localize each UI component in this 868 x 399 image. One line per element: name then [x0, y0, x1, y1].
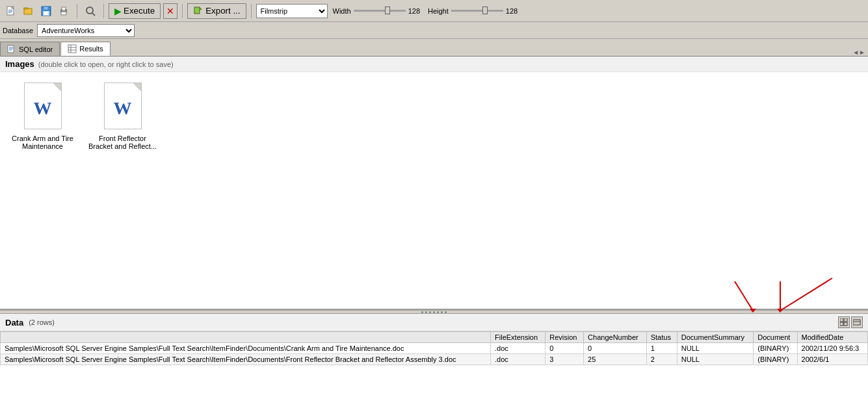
- image-label-2: Front ReflectorBracket and Reflect...: [88, 135, 157, 150]
- tab-sql-editor-label: SQL editor: [19, 45, 53, 53]
- images-section: Images (double click to open, or right c…: [0, 57, 868, 310]
- image-item-1[interactable]: W Crank Arm and TireMaintenance: [5, 77, 80, 153]
- table-row: Samples\Microsoft SQL Server Engine Samp…: [1, 343, 868, 354]
- col-header-modified-date: ModifiedDate: [797, 332, 867, 343]
- images-grid: W Crank Arm and TireMaintenance W Front …: [0, 72, 868, 158]
- row2-modified-date: 2002/6/1: [797, 354, 867, 365]
- save-icon: [41, 6, 51, 16]
- data-header: Data (2 rows): [0, 314, 868, 331]
- tab-prev-arrow[interactable]: ◄: [852, 49, 859, 56]
- svg-rect-6: [24, 8, 27, 9]
- width-slider[interactable]: [354, 6, 406, 16]
- resize-dot: [425, 311, 427, 313]
- row2-path: Samples\Microsoft SQL Server Engine Samp…: [1, 354, 491, 365]
- doc-w-logo-2: W: [114, 98, 132, 119]
- row1-modified-date: 2002/11/20 9:56:3: [797, 343, 867, 354]
- images-header: Images (double click to open, or right c…: [0, 57, 868, 72]
- resize-dot: [441, 311, 443, 313]
- tab-sql-editor[interactable]: SQL editor: [0, 42, 60, 56]
- resize-dot: [437, 311, 439, 313]
- resize-dots: [421, 311, 447, 313]
- row2-document: (BINARY): [754, 354, 797, 365]
- column-icon: [853, 318, 861, 326]
- width-label: Width: [333, 7, 351, 15]
- tab-results[interactable]: Results: [60, 42, 111, 56]
- svg-rect-34: [840, 322, 843, 326]
- separator-3: [182, 4, 183, 18]
- data-title: Data: [5, 318, 23, 328]
- stop-button[interactable]: ✕: [163, 3, 178, 19]
- new-button[interactable]: [3, 3, 20, 19]
- col-header-file-ext: FileExtension: [491, 332, 546, 343]
- tab-next-arrow[interactable]: ►: [859, 49, 865, 56]
- svg-rect-13: [61, 12, 66, 15]
- row2-file-ext: .doc: [491, 354, 546, 365]
- toolbar: ▶ Execute ✕ Export ... Filmstrip List Gr…: [0, 0, 868, 22]
- image-item-2[interactable]: W Front ReflectorBracket and Reflect...: [85, 77, 160, 153]
- execute-button[interactable]: ▶ Execute: [109, 3, 161, 19]
- tab-results-label: Results: [79, 45, 103, 53]
- separator-2: [103, 4, 104, 18]
- svg-rect-33: [844, 318, 847, 322]
- open-icon: [23, 6, 34, 16]
- row2-status: 2: [646, 354, 677, 365]
- row2-revision: 3: [546, 354, 584, 365]
- search-icon: [85, 6, 96, 16]
- save-button[interactable]: [38, 3, 55, 19]
- icon-group-left: [3, 3, 72, 19]
- col-header-document: Document: [754, 332, 797, 343]
- row1-doc-summary: NULL: [677, 343, 753, 354]
- export-icon: [193, 6, 204, 16]
- images-title: Images: [5, 59, 34, 69]
- col-header-revision: Revision: [546, 332, 584, 343]
- row1-status: 1: [646, 343, 677, 354]
- row1-path: Samples\Microsoft SQL Server Engine Samp…: [1, 343, 491, 354]
- svg-rect-3: [8, 11, 12, 12]
- export-label: Export ...: [205, 6, 240, 16]
- col-header-change-number: ChangeNumber: [584, 332, 647, 343]
- svg-line-16: [92, 13, 95, 16]
- resize-dot: [445, 311, 447, 313]
- svg-rect-2: [8, 10, 12, 10]
- stop-icon: ✕: [166, 6, 174, 16]
- grid-view-button[interactable]: [838, 316, 850, 328]
- height-slider[interactable]: [451, 6, 503, 16]
- doc-w-logo-1: W: [34, 98, 52, 119]
- table-body: Samples\Microsoft SQL Server Engine Samp…: [1, 343, 868, 365]
- svg-rect-12: [62, 7, 66, 10]
- new-icon: [6, 6, 16, 16]
- doc-page-1: W: [24, 83, 62, 129]
- height-value: 128: [506, 7, 518, 15]
- col-header-path: [1, 332, 491, 343]
- svg-rect-32: [840, 318, 843, 322]
- row1-revision: 0: [546, 343, 584, 354]
- column-button[interactable]: [851, 316, 863, 328]
- play-icon: ▶: [114, 6, 122, 16]
- svg-marker-18: [200, 7, 202, 10]
- database-select[interactable]: AdventureWorks: [37, 24, 135, 37]
- data-count: (2 rows): [29, 318, 55, 326]
- svg-rect-14: [62, 10, 65, 10]
- svg-rect-8: [44, 6, 48, 10]
- results-icon: [68, 44, 77, 53]
- separator-1: [77, 4, 77, 18]
- resize-dot: [429, 311, 431, 313]
- width-section: Width 128 Height 128: [333, 6, 518, 16]
- open-button[interactable]: [20, 3, 37, 19]
- search-button[interactable]: [82, 3, 99, 19]
- resize-dot: [421, 311, 423, 313]
- database-label: Database: [3, 27, 33, 34]
- row2-change-number: 25: [584, 354, 647, 365]
- print-icon: [59, 6, 69, 16]
- svg-rect-17: [194, 7, 200, 14]
- export-button[interactable]: Export ...: [187, 3, 246, 19]
- print-button[interactable]: [55, 3, 72, 19]
- data-table-container[interactable]: FileExtension Revision ChangeNumber Stat…: [0, 331, 868, 399]
- resize-dot: [433, 311, 435, 313]
- separator-4: [251, 4, 252, 18]
- svg-rect-23: [68, 45, 76, 53]
- svg-point-15: [86, 7, 93, 14]
- data-icons: [838, 316, 863, 328]
- table-row: Samples\Microsoft SQL Server Engine Samp…: [1, 354, 868, 365]
- view-mode-select[interactable]: Filmstrip List Grid: [256, 4, 328, 18]
